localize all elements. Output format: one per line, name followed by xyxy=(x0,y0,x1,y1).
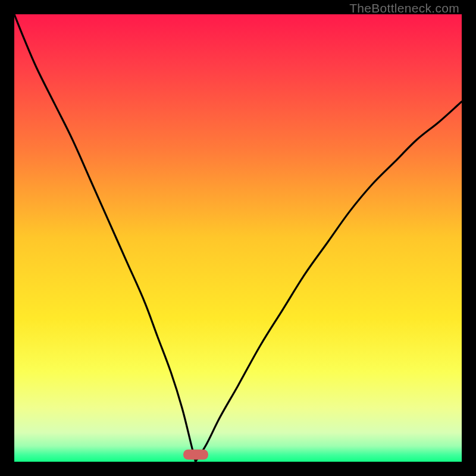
watermark-text: TheBottleneck.com xyxy=(349,1,459,15)
gradient-background xyxy=(14,14,462,462)
chart-svg xyxy=(14,14,462,462)
chart-frame xyxy=(14,14,462,462)
minimum-marker xyxy=(183,450,208,460)
